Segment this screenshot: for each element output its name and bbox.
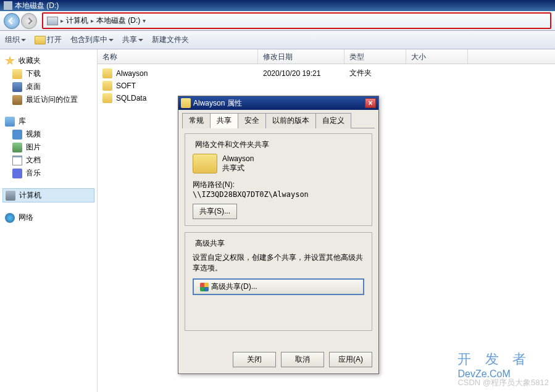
sidebar-documents[interactable]: 文档	[2, 154, 94, 167]
chevron-right-icon: ▸	[61, 17, 64, 24]
music-icon	[12, 169, 22, 178]
chevron-right-icon: ▸	[91, 17, 94, 24]
close-button[interactable]: 关闭	[233, 352, 276, 367]
path-label: 网络路径(N):	[193, 180, 364, 190]
navigation-bar: ▸ 计算机 ▸ 本地磁盘 (D:) ▾	[0, 11, 555, 31]
breadcrumb-drive[interactable]: 本地磁盘 (D:)	[96, 15, 140, 26]
advanced-share-button[interactable]: 高级共享(D)...	[193, 278, 364, 295]
sidebar-video[interactable]: 视频	[2, 128, 94, 141]
sidebar-desktop[interactable]: 桌面	[2, 80, 94, 93]
tab-sharing[interactable]: 共享	[210, 113, 238, 128]
properties-dialog: Alwayson 属性 × 常规 共享 安全 以前的版本 自定义 网络文件和文件…	[178, 96, 379, 374]
group-title: 网络文件和文件夹共享	[193, 140, 272, 150]
folder-large-icon	[193, 154, 217, 173]
watermark-cn: 开 发 者	[457, 350, 549, 369]
apply-button[interactable]: 应用(A)	[329, 352, 372, 367]
share-button[interactable]: 共享(S)...	[193, 204, 237, 219]
dialog-titlebar[interactable]: Alwayson 属性 ×	[178, 96, 378, 110]
image-icon	[12, 143, 22, 152]
watermark: 开 发 者 DevZe.CoM CSDN @程序员大象5812	[457, 350, 549, 388]
file-type: 文件夹	[349, 68, 372, 78]
shield-icon	[200, 283, 209, 291]
share-status: 共享式	[222, 163, 254, 173]
sidebar-downloads[interactable]: 下载	[2, 67, 94, 80]
dialog-body: 网络文件和文件夹共享 Alwayson 共享式 网络路径(N): \\IZ3QD…	[178, 128, 378, 342]
advanced-share-group: 高级共享 设置自定义权限，创建多个共享，并设置其他高级共享选项。 高级共享(D)…	[185, 232, 372, 331]
forward-button[interactable]	[21, 13, 37, 29]
file-row[interactable]: Alwayson 2020/10/20 19:21 文件夹	[98, 67, 555, 80]
toolbar: 组织 打开 包含到库中 共享 新建文件夹	[0, 31, 555, 49]
star-icon	[5, 56, 15, 66]
chevron-down-icon	[138, 39, 143, 44]
sidebar-library[interactable]: 库	[2, 115, 94, 128]
share-button[interactable]: 共享	[122, 35, 143, 45]
folder-icon	[102, 69, 112, 78]
video-icon	[12, 130, 22, 140]
column-headers: 名称 修改日期 类型 大小	[98, 49, 555, 64]
watermark-csdn: CSDN @程序员大象5812	[457, 377, 549, 388]
sidebar-computer[interactable]: 计算机	[2, 188, 94, 202]
file-row[interactable]: SOFT	[98, 80, 555, 92]
file-name: SOFT	[116, 81, 136, 90]
file-modified: 2020/10/20 19:21	[263, 69, 320, 78]
col-type[interactable]: 类型	[344, 49, 406, 64]
breadcrumb[interactable]: ▸ 计算机 ▸ 本地磁盘 (D:) ▾	[42, 12, 551, 29]
sidebar-pictures[interactable]: 图片	[2, 141, 94, 154]
dialog-title: Alwayson 属性	[193, 98, 242, 109]
sidebar-favorites[interactable]: 收藏夹	[2, 54, 94, 67]
back-button[interactable]	[4, 13, 20, 29]
col-size[interactable]: 大小	[406, 49, 468, 64]
tab-general[interactable]: 常规	[182, 113, 211, 128]
folder-icon	[181, 98, 191, 108]
new-folder-button[interactable]: 新建文件夹	[152, 35, 189, 45]
open-button[interactable]: 打开	[35, 35, 62, 45]
desktop-icon	[12, 82, 22, 92]
cancel-button[interactable]: 取消	[281, 352, 324, 367]
chevron-down-icon	[109, 39, 114, 44]
sidebar-music[interactable]: 音乐	[2, 167, 94, 180]
network-share-group: 网络文件和文件夹共享 Alwayson 共享式 网络路径(N): \\IZ3QD…	[185, 133, 372, 226]
tab-previous[interactable]: 以前的版本	[265, 113, 316, 128]
breadcrumb-computer[interactable]: 计算机	[66, 15, 88, 26]
sidebar-network[interactable]: 网络	[2, 211, 94, 224]
col-modified[interactable]: 修改日期	[258, 49, 344, 64]
arrow-left-icon	[8, 17, 15, 24]
folder-icon	[102, 81, 112, 91]
window-titlebar: 本地磁盘 (D:)	[0, 0, 555, 11]
arrow-right-icon	[25, 17, 32, 24]
tab-security[interactable]: 安全	[238, 113, 266, 128]
close-button[interactable]: ×	[365, 98, 376, 108]
chevron-down-icon[interactable]: ▾	[143, 17, 146, 24]
include-button[interactable]: 包含到库中	[70, 35, 114, 45]
document-icon	[12, 156, 22, 165]
sidebar-recent[interactable]: 最近访问的位置	[2, 93, 94, 106]
sidebar: 收藏夹 下载 桌面 最近访问的位置 库 视频 图片 文档 音乐 计算机 网络	[0, 49, 98, 392]
library-icon	[5, 117, 15, 127]
folder-open-icon	[35, 36, 46, 44]
computer-icon	[6, 191, 15, 201]
advanced-desc: 设置自定义权限，创建多个共享，并设置其他高级共享选项。	[193, 252, 364, 273]
window-title: 本地磁盘 (D:)	[15, 0, 59, 11]
drive-icon	[47, 17, 58, 25]
col-name[interactable]: 名称	[98, 49, 258, 64]
drive-icon	[4, 1, 12, 10]
group-title: 高级共享	[193, 238, 227, 249]
folder-icon	[102, 93, 112, 103]
folder-icon	[12, 69, 22, 79]
organize-button[interactable]: 组织	[5, 35, 26, 45]
network-icon	[5, 213, 15, 223]
dialog-footer: 关闭 取消 应用(A)	[178, 342, 378, 373]
file-name: SQLData	[116, 94, 146, 102]
dialog-tabs: 常规 共享 安全 以前的版本 自定义	[182, 112, 375, 128]
share-name: Alwayson	[222, 154, 254, 163]
network-path: \\IZ3QD28BXQ7DT0Z\Alwayson	[193, 190, 364, 199]
recent-icon	[12, 95, 22, 105]
tab-custom[interactable]: 自定义	[315, 113, 351, 128]
file-name: Alwayson	[116, 69, 148, 78]
chevron-down-icon	[21, 39, 26, 44]
